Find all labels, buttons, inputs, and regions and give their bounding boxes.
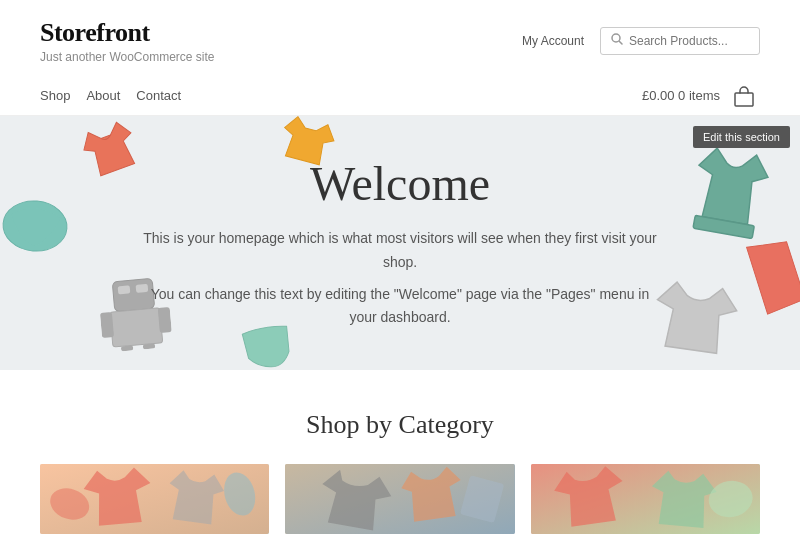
edit-section-button[interactable]: Edit this section [693,126,790,148]
deco-shirt-3 [683,140,777,243]
deco-cloth-2 [740,231,800,321]
nav-item-contact[interactable]: Contact [136,76,197,115]
header-right: My Account [522,27,760,55]
cart-icon[interactable] [728,80,760,112]
categories-section: Shop by Category [0,370,800,549]
search-input[interactable] [629,34,739,48]
my-account-link[interactable]: My Account [522,34,584,48]
site-branding: Storefront Just another WooCommerce site [40,18,215,64]
cart-amount: £0.00 [642,88,675,103]
cart-total: £0.00 0 items [642,88,720,103]
site-header: Storefront Just another WooCommerce site… [0,0,800,116]
category-card-1[interactable] [40,464,269,534]
category-card-3[interactable] [531,464,760,534]
nav-link-shop[interactable]: Shop [40,76,86,115]
svg-rect-5 [693,215,754,238]
site-tagline: Just another WooCommerce site [40,50,215,64]
categories-title: Shop by Category [40,410,760,440]
svg-line-4 [745,225,747,238]
svg-rect-14 [143,344,155,350]
svg-line-3 [700,217,702,230]
svg-point-0 [612,34,620,42]
search-icon [611,33,623,49]
category-card-inner-2 [285,464,514,534]
svg-point-6 [1,198,69,253]
site-title[interactable]: Storefront [40,18,215,48]
svg-rect-13 [121,345,133,351]
cart-count: 0 items [678,88,720,103]
svg-rect-11 [100,312,114,338]
site-nav: Shop About Contact £0.00 0 items [40,76,760,115]
hero-text-2: You can change this text by editing the … [140,283,660,331]
category-card-2[interactable] [285,464,514,534]
hero-text-1: This is your homepage which is what most… [140,227,660,275]
nav-links: Shop About Contact [40,76,197,115]
hero-title: Welcome [140,156,660,211]
nav-item-shop[interactable]: Shop [40,76,86,115]
cart-area: £0.00 0 items [642,80,760,112]
nav-link-contact[interactable]: Contact [136,76,197,115]
nav-item-about[interactable]: About [86,76,136,115]
deco-shirt-1 [72,116,147,185]
deco-blob-1 [0,193,72,259]
category-card-inner-3 [531,464,760,534]
hero-content: Welcome This is your homepage which is w… [140,156,660,330]
search-form [600,27,760,55]
nav-link-about[interactable]: About [86,76,136,115]
header-top: Storefront Just another WooCommerce site… [40,18,760,64]
svg-rect-8 [118,286,131,295]
hero-section: Edit this section [0,116,800,370]
category-grid [40,464,760,534]
category-card-inner-1 [40,464,269,534]
svg-line-1 [620,42,623,45]
svg-rect-2 [735,93,753,106]
